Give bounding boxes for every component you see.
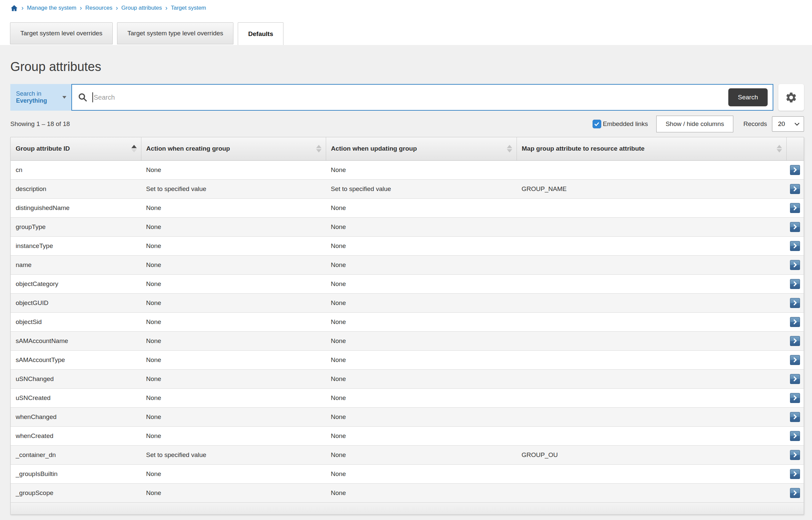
row-detail-button[interactable] xyxy=(790,355,800,365)
row-detail-button[interactable] xyxy=(790,488,800,498)
create-action-cell: None xyxy=(141,388,326,407)
table-row: uSNCreatedNoneNone xyxy=(11,388,804,407)
attribute-id-cell: instanceType xyxy=(11,236,141,255)
map-attribute-cell xyxy=(516,312,786,331)
records-per-page-select[interactable]: 20 xyxy=(772,116,804,132)
row-actions-cell xyxy=(786,198,804,217)
row-actions-cell xyxy=(786,445,804,464)
row-actions-cell xyxy=(786,369,804,388)
map-attribute-cell xyxy=(516,160,786,179)
row-actions-cell xyxy=(786,293,804,312)
chevron-down-icon xyxy=(794,122,800,126)
row-detail-button[interactable] xyxy=(790,431,800,441)
update-action-cell: None xyxy=(326,331,516,350)
create-action-cell: Set to specified value xyxy=(141,445,326,464)
row-detail-button[interactable] xyxy=(790,317,800,327)
row-detail-button[interactable] xyxy=(790,393,800,403)
breadcrumb-link-group-attributes[interactable]: Group attributes xyxy=(121,5,162,11)
create-action-cell: None xyxy=(141,426,326,445)
map-attribute-cell xyxy=(516,388,786,407)
map-attribute-cell xyxy=(516,331,786,350)
map-attribute-cell xyxy=(516,198,786,217)
attribute-id-cell: groupType xyxy=(11,217,141,236)
update-action-cell: None xyxy=(326,312,516,331)
records-label: Records xyxy=(743,120,767,128)
row-detail-button[interactable] xyxy=(790,260,800,270)
column-header-group-attribute-id[interactable]: Group attribute ID xyxy=(11,137,141,160)
create-action-cell: Set to specified value xyxy=(141,179,326,198)
embedded-links-checkbox[interactable] xyxy=(592,120,601,128)
update-action-cell: None xyxy=(326,274,516,293)
gear-icon xyxy=(785,91,797,104)
row-detail-button[interactable] xyxy=(790,374,800,384)
row-detail-button[interactable] xyxy=(790,241,800,251)
breadcrumb-link-manage-the-system[interactable]: Manage the system xyxy=(27,5,76,11)
table-row: whenCreatedNoneNone xyxy=(11,426,804,445)
search-settings-button[interactable] xyxy=(778,84,804,111)
update-action-cell: None xyxy=(326,407,516,426)
attribute-id-cell: sAMAccountName xyxy=(11,331,141,350)
create-action-cell: None xyxy=(141,293,326,312)
search-scope-dropdown[interactable]: Search in Everything xyxy=(10,84,71,111)
tab-target-system-type-level-overrides[interactable]: Target system type level overrides xyxy=(117,22,233,44)
search-input[interactable] xyxy=(93,94,728,101)
show-hide-columns-button[interactable]: Show / hide columns xyxy=(656,116,733,132)
map-attribute-cell xyxy=(516,350,786,369)
row-detail-button[interactable] xyxy=(790,469,800,479)
attribute-id-cell: uSNChanged xyxy=(11,369,141,388)
update-action-cell: None xyxy=(326,160,516,179)
chevron-right-icon xyxy=(793,471,797,476)
row-detail-button[interactable] xyxy=(790,336,800,346)
table-row: objectSidNoneNone xyxy=(11,312,804,331)
breadcrumb-separator: › xyxy=(116,4,118,11)
update-action-cell: None xyxy=(326,350,516,369)
breadcrumb-link-target-system[interactable]: Target system xyxy=(171,5,206,11)
tab-bar: Target system level overrides Target sys… xyxy=(0,16,812,45)
chevron-right-icon xyxy=(793,452,797,457)
column-header-action-when-creating-group[interactable]: Action when creating group xyxy=(141,137,326,160)
check-icon xyxy=(594,121,600,127)
search-field-container: Search xyxy=(71,84,773,111)
row-detail-button[interactable] xyxy=(790,412,800,422)
table-row: descriptionSet to specified valueSet to … xyxy=(11,179,804,198)
table-row: objectGUIDNoneNone xyxy=(11,293,804,312)
search-button[interactable]: Search xyxy=(728,88,768,106)
table-row: _container_dnSet to specified valueNoneG… xyxy=(11,445,804,464)
row-detail-button[interactable] xyxy=(790,184,800,194)
row-detail-button[interactable] xyxy=(790,279,800,289)
row-detail-button[interactable] xyxy=(790,298,800,308)
row-detail-button[interactable] xyxy=(790,450,800,460)
map-attribute-cell xyxy=(516,236,786,255)
breadcrumb-separator: › xyxy=(166,4,168,11)
attribute-id-cell: name xyxy=(11,255,141,274)
tab-defaults[interactable]: Defaults xyxy=(238,22,283,45)
chevron-right-icon xyxy=(793,186,797,191)
create-action-cell: None xyxy=(141,483,326,502)
create-action-cell: None xyxy=(141,350,326,369)
create-action-cell: None xyxy=(141,369,326,388)
attribute-id-cell: cn xyxy=(11,160,141,179)
tab-target-system-level-overrides[interactable]: Target system level overrides xyxy=(10,22,113,44)
sort-icon xyxy=(316,145,322,153)
breadcrumb-separator: › xyxy=(80,4,82,11)
column-header-action-when-updating-group[interactable]: Action when updating group xyxy=(326,137,516,160)
records-per-page-value: 20 xyxy=(778,120,785,128)
row-detail-button[interactable] xyxy=(790,222,800,232)
breadcrumb-link-resources[interactable]: Resources xyxy=(85,5,112,11)
attribute-id-cell: whenChanged xyxy=(11,407,141,426)
row-actions-cell xyxy=(786,483,804,502)
search-scope-value: Everything xyxy=(16,97,47,104)
column-header-map-group-attribute[interactable]: Map group attribute to resource attribut… xyxy=(516,137,786,160)
row-actions-cell xyxy=(786,426,804,445)
table-row: _groupIsBuiltinNoneNone xyxy=(11,464,804,483)
row-actions-cell xyxy=(786,350,804,369)
row-detail-button[interactable] xyxy=(790,165,800,175)
row-actions-cell xyxy=(786,160,804,179)
home-link[interactable] xyxy=(10,4,18,12)
attribute-id-cell: whenCreated xyxy=(11,426,141,445)
row-detail-button[interactable] xyxy=(790,203,800,213)
create-action-cell: None xyxy=(141,464,326,483)
map-attribute-cell xyxy=(516,407,786,426)
table-row: objectCategoryNoneNone xyxy=(11,274,804,293)
map-attribute-cell xyxy=(516,217,786,236)
